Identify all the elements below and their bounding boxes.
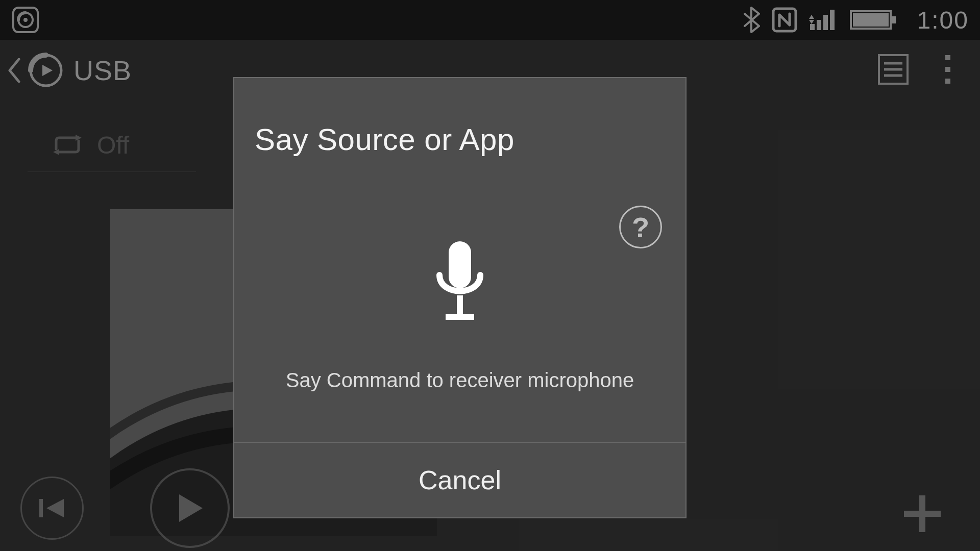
svg-marker-25 — [809, 20, 814, 24]
svg-point-19 — [23, 18, 28, 22]
svg-rect-21 — [810, 24, 815, 30]
dialog-title: Say Source or App — [234, 78, 685, 188]
svg-rect-32 — [446, 314, 474, 320]
svg-rect-31 — [457, 295, 463, 314]
repeat-label: Off — [97, 131, 129, 159]
cancel-button[interactable]: Cancel — [419, 465, 501, 495]
dialog-body: ? Say Command to receiver microphone — [234, 188, 685, 443]
help-icon: ? — [632, 211, 649, 244]
svg-rect-12 — [39, 499, 43, 517]
queue-button[interactable] — [876, 52, 911, 89]
nfc-icon — [771, 7, 798, 33]
repeat-toggle[interactable]: Off — [28, 118, 196, 172]
skip-previous-icon — [38, 497, 66, 519]
more-vert-icon — [943, 53, 952, 86]
list-icon — [876, 52, 911, 87]
bluetooth-icon — [743, 7, 760, 33]
transport-controls — [20, 468, 230, 548]
repeat-icon — [51, 134, 84, 156]
play-button[interactable] — [150, 468, 230, 548]
device-screen: USB — [0, 0, 980, 551]
svg-rect-30 — [449, 241, 471, 288]
overflow-menu-button[interactable] — [943, 53, 952, 88]
dialog-footer: Cancel — [234, 443, 685, 517]
plus-icon — [901, 492, 944, 535]
svg-rect-7 — [945, 67, 950, 72]
cellular-signal-icon — [809, 9, 839, 31]
svg-marker-14 — [179, 494, 203, 522]
status-time: 1:00 — [917, 6, 969, 34]
svg-rect-8 — [945, 79, 950, 84]
svg-rect-24 — [830, 10, 835, 30]
svg-marker-1 — [42, 65, 53, 76]
app-logo-icon — [26, 50, 66, 91]
svg-marker-13 — [46, 499, 64, 517]
add-button[interactable] — [899, 491, 945, 537]
play-icon — [175, 492, 205, 524]
dialog-hint: Say Command to receiver microphone — [274, 369, 647, 392]
back-button[interactable] — [4, 55, 24, 86]
svg-marker-26 — [809, 15, 814, 19]
svg-rect-28 — [853, 13, 889, 27]
help-button[interactable]: ? — [619, 206, 662, 248]
battery-icon — [850, 9, 897, 31]
chevron-left-icon — [8, 58, 21, 83]
app-title: USB — [74, 55, 132, 86]
svg-rect-29 — [892, 16, 896, 23]
svg-rect-23 — [823, 15, 828, 30]
svg-rect-6 — [945, 55, 950, 60]
status-bar: 1:00 — [0, 0, 980, 40]
app-notification-icon — [11, 6, 40, 34]
svg-rect-16 — [904, 511, 941, 517]
svg-rect-22 — [817, 20, 821, 30]
voice-command-dialog: Say Source or App ? Say Command to recei… — [233, 77, 687, 518]
previous-button[interactable] — [20, 477, 84, 540]
microphone-icon — [429, 239, 491, 326]
